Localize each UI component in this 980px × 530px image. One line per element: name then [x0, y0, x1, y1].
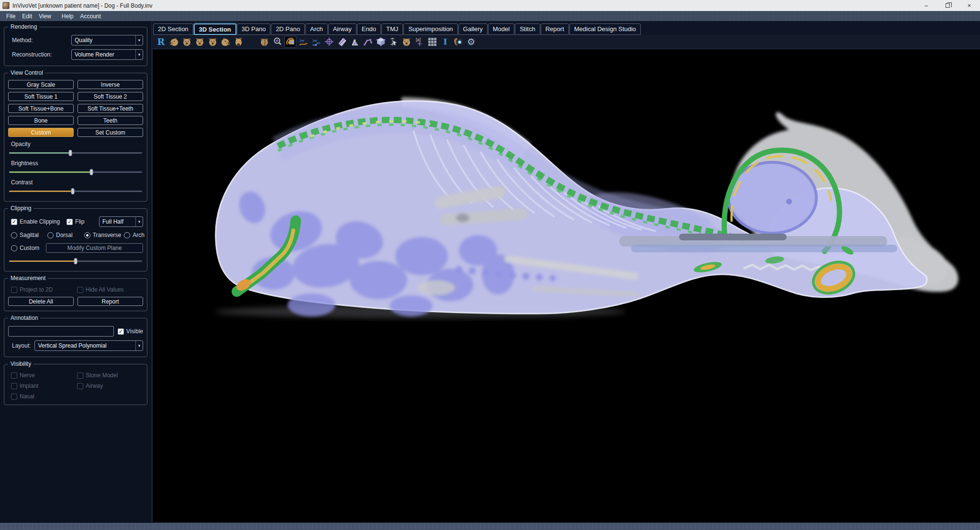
method-label: Method: [12, 37, 33, 44]
reset-orientation-button[interactable]: R [155, 36, 167, 48]
render-viewport[interactable]: Sagittal 3D volume render of a full-body… [152, 49, 980, 522]
tab-endo[interactable]: Endo [357, 23, 381, 35]
enable-clipping-checkbox[interactable]: Enable Clipping [11, 218, 60, 225]
visibility-stone-model-checkbox[interactable]: Stone Model [77, 372, 143, 379]
preset-soft-tissue-2-button[interactable]: Soft Tissue 2 [78, 92, 143, 101]
zoom-icon [273, 37, 282, 46]
visibility-implant-checkbox[interactable]: Implant [11, 383, 77, 389]
tab-medical-design-studio[interactable]: Medical Design Studio [569, 23, 641, 35]
view-top-button[interactable] [233, 36, 245, 48]
tab-arch[interactable]: Arch [305, 23, 328, 35]
preset-custom-button[interactable]: Custom [8, 128, 74, 137]
distance-measure-button[interactable] [336, 36, 348, 48]
plane-sagittal-radio[interactable]: Sagittal [11, 232, 39, 238]
close-icon: × [968, 2, 971, 9]
menu-help[interactable]: Help [58, 13, 77, 20]
preset-bone-button[interactable]: Bone [8, 116, 74, 125]
annotation-group-title: Annotation [8, 315, 40, 321]
maximize-button[interactable] [937, 0, 958, 11]
tab-airway[interactable]: Airway [328, 23, 356, 35]
view-right-button[interactable] [220, 36, 232, 48]
clipping-group: Clipping Enable Clipping Flip Full Half … [4, 208, 147, 271]
dog-head-left-icon [169, 37, 179, 47]
settings-button[interactable]: ⚙ [465, 36, 477, 48]
grid-icon [428, 37, 437, 46]
half-mode-select[interactable]: Full Half ▾ [99, 216, 143, 227]
tab-stitch[interactable]: Stitch [515, 23, 540, 35]
visibility-airway-checkbox[interactable]: Airway [77, 383, 143, 389]
clip-position-slider[interactable] [9, 257, 142, 265]
delete-all-button[interactable]: Delete All [8, 297, 74, 306]
tab-report[interactable]: Report [541, 23, 569, 35]
slider-handle[interactable] [68, 150, 72, 156]
close-button[interactable]: × [958, 0, 980, 11]
preset-inverse-button[interactable]: Inverse [78, 80, 143, 89]
annotation-visible-checkbox[interactable]: Visible [118, 328, 143, 335]
plane-arch-radio[interactable]: Arch [124, 232, 145, 238]
zoom-tool-button[interactable] [271, 36, 283, 48]
sculpt-cut-polygon-button[interactable]: ✂ [310, 36, 322, 48]
view-back-button[interactable] [258, 36, 270, 48]
polyline-measure-button[interactable] [362, 36, 374, 48]
reorientation-button[interactable] [323, 36, 335, 48]
visibility-nasal-checkbox[interactable]: Nasal [11, 393, 34, 400]
tab-gallery[interactable]: Gallery [458, 23, 488, 35]
view-front-button[interactable] [194, 36, 206, 48]
volume-render-image[interactable]: Sagittal 3D volume render of a full-body… [153, 49, 979, 521]
minimize-button[interactable]: – [915, 0, 937, 11]
tab-2d-section[interactable]: 2D Section [153, 23, 193, 35]
snapshot-button[interactable] [452, 36, 464, 48]
view-bottom-button[interactable] [245, 36, 257, 48]
project-to-2d-checkbox[interactable]: Project to 2D [11, 286, 77, 293]
menu-account[interactable]: Account [77, 13, 104, 20]
annotation-text-input[interactable] [8, 326, 114, 337]
sculpt-freeform-icon [286, 37, 295, 46]
volume-measure-button[interactable] [375, 36, 387, 48]
view-front-right-button[interactable] [207, 36, 219, 48]
visibility-nerve-checkbox[interactable]: Nerve [11, 372, 77, 379]
angle-measure-button[interactable] [349, 36, 361, 48]
opacity-slider[interactable] [9, 148, 142, 157]
section-cursor-button[interactable] [388, 36, 400, 48]
slider-handle[interactable] [90, 169, 93, 175]
slider-handle[interactable] [74, 258, 78, 264]
view-front-left-button[interactable] [181, 36, 193, 48]
menu-file[interactable]: File [3, 13, 19, 20]
preset-gray-scale-button[interactable]: Gray Scale [8, 80, 74, 89]
contrast-slider[interactable] [9, 187, 142, 195]
plane-dorsal-radio[interactable]: Dorsal [47, 232, 73, 238]
flip-checkbox[interactable]: Flip [67, 218, 84, 225]
tab-3d-section[interactable]: 3D Section [194, 23, 236, 35]
checkbox-box [77, 287, 83, 293]
preset-soft-tissue-teeth-button[interactable]: Soft Tissue+Teeth [78, 104, 143, 113]
grid-layout-button[interactable] [426, 36, 438, 48]
text-annotation-button[interactable]: [a] [413, 36, 425, 48]
method-select[interactable]: Quality ▾ [71, 35, 143, 45]
tab-2d-pano[interactable]: 2D Pano [271, 23, 305, 35]
preset-soft-tissue-bone-button[interactable]: Soft Tissue+Bone [8, 104, 74, 113]
orientation-reference-button[interactable] [401, 36, 412, 48]
set-custom-button[interactable]: Set Custom [78, 128, 143, 137]
slider-handle[interactable] [71, 188, 75, 194]
reconstruction-select[interactable]: Volume Render ▾ [71, 49, 143, 60]
sculpt-freeform-button[interactable] [284, 36, 296, 48]
sculpt-cut-lasso-button[interactable]: ✂ [297, 36, 309, 48]
modify-custom-plane-button[interactable]: Modify Custom Plane [46, 243, 143, 253]
plane-transverse-radio[interactable]: Transverse [84, 232, 122, 238]
text-tool-button[interactable]: I [439, 36, 451, 48]
preset-teeth-button[interactable]: Teeth [78, 116, 143, 125]
brightness-slider[interactable] [9, 168, 142, 176]
measurement-report-button[interactable]: Report [78, 297, 143, 306]
menu-edit[interactable]: Edit [19, 13, 35, 20]
tab-3d-pano[interactable]: 3D Pano [237, 23, 271, 35]
tab-tmj[interactable]: TMJ [381, 23, 403, 35]
tab-superimposition[interactable]: Superimposition [403, 23, 457, 35]
view-left-button[interactable] [168, 36, 180, 48]
hide-all-values-checkbox[interactable]: Hide All Values [77, 286, 143, 293]
layout-select[interactable]: Vertical Spread Polynomial ▾ [34, 340, 143, 351]
menu-view[interactable]: View [35, 13, 55, 20]
checkbox-box [118, 328, 124, 335]
preset-soft-tissue-1-button[interactable]: Soft Tissue 1 [8, 92, 74, 101]
plane-custom-radio[interactable]: Custom [11, 245, 39, 251]
tab-model[interactable]: Model [488, 23, 514, 35]
